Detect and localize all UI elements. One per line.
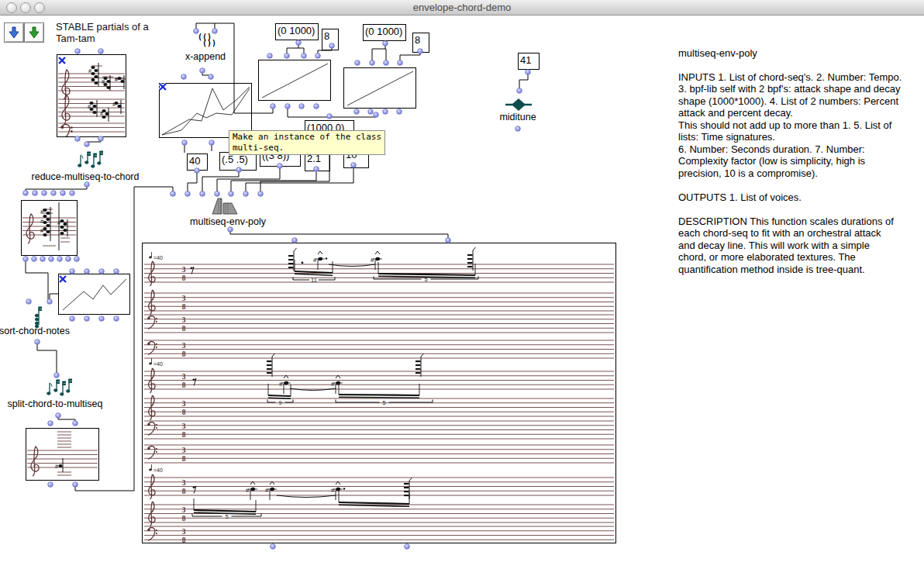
svg-text:5: 5	[225, 513, 228, 520]
function-label-env-poly[interactable]: multiseq-env-poly	[184, 216, 271, 227]
connection-port[interactable]	[405, 544, 410, 550]
connection-port[interactable]	[258, 191, 264, 197]
bpf-box-attack[interactable]	[258, 60, 331, 101]
connection-port[interactable]	[73, 482, 78, 488]
connection-port[interactable]	[48, 482, 53, 488]
connection-port[interactable]	[114, 316, 119, 322]
connection-port[interactable]	[354, 109, 360, 115]
bpf-box-decay[interactable]	[343, 67, 416, 109]
connection-port[interactable]	[314, 104, 319, 109]
connection-port[interactable]	[51, 191, 57, 196]
connection-port[interactable]	[56, 413, 61, 419]
value-box-range1[interactable]: (0 1000)	[275, 23, 319, 40]
connection-port[interactable]	[526, 70, 531, 75]
blue-arrow-button[interactable]	[4, 22, 24, 43]
connection-port[interactable]	[285, 104, 291, 109]
connection-port[interactable]	[315, 53, 321, 59]
connection-port[interactable]	[299, 104, 305, 109]
value-box-41[interactable]: 41	[518, 53, 540, 70]
connection-port[interactable]	[48, 421, 53, 426]
connection-port[interactable]	[209, 140, 215, 146]
connection-port[interactable]	[200, 68, 205, 74]
function-label-sort[interactable]: sort-chord-notes	[0, 326, 75, 336]
connection-port[interactable]	[33, 191, 38, 196]
connection-port[interactable]	[284, 53, 290, 59]
chord-box[interactable]: ####	[21, 200, 78, 256]
connection-port[interactable]	[60, 191, 66, 196]
connection-port[interactable]	[355, 60, 360, 66]
connection-port[interactable]	[32, 257, 37, 262]
value-box-8b[interactable]: 8	[412, 33, 429, 53]
connection-port[interactable]	[70, 316, 75, 322]
connection-port[interactable]	[302, 53, 307, 59]
connection-port[interactable]	[185, 191, 191, 197]
connection-port[interactable]	[368, 109, 374, 115]
connection-port[interactable]	[23, 191, 29, 196]
connection-port[interactable]	[398, 60, 403, 66]
close-button[interactable]	[6, 2, 17, 13]
green-arrow-button[interactable]	[24, 22, 44, 43]
connection-port[interactable]	[84, 182, 90, 188]
connection-port[interactable]	[84, 316, 90, 322]
window-title: envelope-chord-demo	[0, 0, 924, 15]
connection-port[interactable]	[49, 257, 54, 262]
connection-port[interactable]	[243, 191, 249, 197]
multiseq-box[interactable]: #	[26, 428, 99, 481]
function-label-miditune[interactable]: miditune	[491, 112, 545, 122]
value-box-8a[interactable]: 8	[322, 29, 339, 50]
connection-port[interactable]	[296, 40, 302, 46]
connection-port[interactable]	[182, 140, 188, 146]
connection-port[interactable]	[40, 257, 46, 262]
comment-stable-partials[interactable]: STABLE partials of a Tam-tam	[56, 21, 149, 44]
connection-port[interactable]	[70, 191, 75, 196]
connection-port[interactable]	[66, 257, 71, 262]
chord-seq-box-tamtam[interactable]: ######	[57, 54, 126, 137]
connection-port[interactable]	[200, 191, 205, 197]
connection-port[interactable]	[383, 109, 388, 115]
connection-port[interactable]	[212, 29, 218, 34]
connection-port[interactable]	[271, 104, 276, 109]
connection-port[interactable]	[327, 114, 333, 119]
connection-port[interactable]	[73, 421, 78, 426]
connection-port[interactable]	[84, 142, 90, 147]
connection-port[interactable]	[267, 53, 273, 59]
zoom-button[interactable]	[34, 2, 45, 13]
miditune-icon[interactable]	[505, 98, 533, 112]
connection-port[interactable]	[517, 88, 522, 94]
connection-port[interactable]	[75, 49, 81, 54]
connection-port[interactable]	[397, 109, 402, 115]
connection-port[interactable]	[35, 340, 40, 345]
value-box-range2[interactable]: (0 1000)	[363, 24, 406, 41]
connection-port[interactable]	[42, 191, 47, 196]
connection-port[interactable]	[74, 257, 80, 262]
bpf-box-rising[interactable]	[58, 274, 130, 315]
connection-port[interactable]	[384, 60, 389, 66]
connection-port[interactable]	[515, 126, 521, 132]
connection-port[interactable]	[57, 257, 63, 262]
connection-port[interactable]	[370, 60, 375, 66]
connection-port[interactable]	[171, 191, 176, 197]
connection-port[interactable]	[47, 299, 53, 305]
list-icon[interactable]: (() ())	[198, 34, 216, 47]
function-label-split[interactable]: split-chord-to-multiseq	[4, 398, 106, 409]
notes-icon[interactable]	[78, 149, 104, 172]
value-box-40[interactable]: 40	[187, 153, 208, 171]
connection-port[interactable]	[98, 49, 104, 54]
envelope-icon[interactable]	[211, 196, 240, 216]
connection-port[interactable]	[374, 112, 379, 118]
connection-port[interactable]	[23, 257, 29, 262]
connection-port[interactable]	[26, 299, 32, 305]
connection-port[interactable]	[209, 74, 214, 80]
connection-port[interactable]	[99, 316, 105, 322]
function-label-reduce[interactable]: reduce-multiseq-to-chord	[27, 171, 143, 182]
connection-port[interactable]	[228, 227, 233, 233]
connection-port[interactable]	[271, 544, 276, 550]
window-titlebar[interactable]: envelope-chord-demo	[0, 0, 924, 16]
poly-score-box[interactable]: =4038383838##115=4038383838##95=40383838…	[142, 243, 616, 543]
svg-text:3: 3	[182, 373, 186, 381]
connection-port[interactable]	[383, 41, 388, 47]
minimize-button[interactable]	[20, 2, 31, 13]
notes-icon[interactable]	[47, 377, 73, 400]
function-label-x-append[interactable]: x-append	[177, 51, 234, 62]
connection-port[interactable]	[181, 74, 187, 80]
